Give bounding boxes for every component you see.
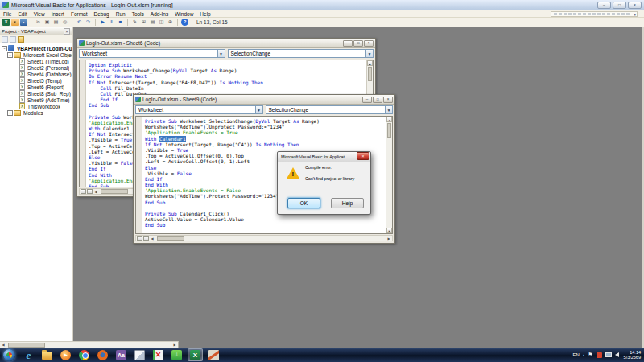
language-indicator[interactable]: EN bbox=[572, 352, 579, 357]
tree-item[interactable]: XSheet1 (TimeLog) bbox=[0, 58, 72, 64]
scroll-thumb[interactable] bbox=[368, 67, 372, 81]
vertical-scrollbar[interactable]: ▲ ▼ bbox=[386, 117, 392, 233]
tree-item[interactable]: XSheet5 (Temp) bbox=[0, 77, 72, 84]
clock[interactable]: 14:14 5/3/2569 bbox=[624, 350, 641, 360]
copy-icon[interactable]: ▣ bbox=[43, 19, 51, 26]
titlebar[interactable]: Microsoft Visual Basic for Applications … bbox=[0, 0, 644, 10]
internet-explorer-icon[interactable]: e bbox=[21, 348, 36, 361]
restore-button[interactable]: □ bbox=[353, 40, 363, 47]
view-excel-icon[interactable]: X bbox=[2, 19, 10, 26]
scroll-left-icon[interactable]: ◀ bbox=[93, 190, 99, 194]
close-button[interactable]: × bbox=[364, 40, 374, 47]
code-window-titlebar[interactable]: LogIn-Out.xlsm - Sheet6 (Code) – □ × bbox=[77, 39, 375, 48]
scroll-thumb[interactable] bbox=[8, 343, 45, 348]
action-center-flag-icon[interactable]: ⚑ bbox=[588, 352, 592, 358]
undo-icon[interactable]: ↶ bbox=[76, 19, 83, 26]
object-dropdown[interactable]: Worksheet ▼ bbox=[79, 49, 225, 58]
save-icon[interactable]: ▪ bbox=[20, 19, 27, 26]
menu-help[interactable]: Help bbox=[200, 11, 210, 17]
margin-indicator-bar[interactable] bbox=[136, 117, 142, 233]
procedure-view-icon[interactable] bbox=[137, 236, 142, 241]
hidden-icons-icon[interactable]: ▴ bbox=[583, 352, 585, 357]
find-icon[interactable]: ◎ bbox=[61, 19, 68, 26]
toolbox-icon[interactable]: ⊕ bbox=[167, 19, 174, 26]
menu-window[interactable]: Window bbox=[175, 11, 193, 17]
full-module-view-icon[interactable] bbox=[143, 236, 149, 241]
dialog-close-button[interactable]: × bbox=[357, 152, 369, 160]
restore-button[interactable]: □ bbox=[373, 97, 382, 103]
cut-icon[interactable]: ✂ bbox=[35, 19, 42, 26]
paste-icon[interactable]: ▤ bbox=[52, 19, 60, 26]
menu-format[interactable]: Format bbox=[71, 11, 88, 17]
file-explorer-icon[interactable] bbox=[39, 348, 55, 361]
break-icon[interactable]: ‖ bbox=[108, 19, 115, 26]
project-panel-close-icon[interactable]: × bbox=[64, 28, 70, 35]
scroll-left-icon[interactable]: ◀ bbox=[149, 237, 155, 241]
minimize-button[interactable]: – bbox=[362, 97, 372, 103]
media-player-icon[interactable]: ▶ bbox=[58, 348, 73, 361]
toggle-folders-icon[interactable] bbox=[18, 36, 24, 43]
menu-tools[interactable]: Tools bbox=[132, 11, 144, 17]
project-panel-header[interactable]: Project - VBAProject × bbox=[0, 27, 72, 35]
font-app-icon[interactable]: Aa bbox=[114, 348, 129, 361]
excel-icon[interactable]: X bbox=[188, 348, 203, 361]
tree-expander-icon[interactable]: + bbox=[7, 110, 13, 116]
redo-icon[interactable]: ↷ bbox=[85, 19, 92, 26]
help-button[interactable]: Help bbox=[331, 198, 364, 208]
scroll-track[interactable] bbox=[6, 343, 171, 348]
tree-item[interactable]: XSheet2 (Personal) bbox=[0, 64, 72, 71]
event-dropdown[interactable]: SelectionChange ▼ bbox=[228, 49, 374, 58]
volume-icon[interactable] bbox=[615, 352, 619, 357]
close-button[interactable]: × bbox=[628, 2, 642, 9]
scroll-up-icon[interactable]: ▲ bbox=[386, 117, 392, 122]
dictionary-app-icon[interactable] bbox=[132, 348, 147, 361]
scroll-down-icon[interactable]: ▼ bbox=[386, 228, 392, 233]
scroll-track[interactable] bbox=[155, 236, 386, 241]
menu-view[interactable]: View bbox=[34, 11, 45, 17]
scroll-right-icon[interactable]: ▶ bbox=[386, 237, 392, 241]
tree-item[interactable]: -Microsoft Excel Objects bbox=[0, 51, 72, 58]
project-explorer-icon[interactable]: ⊞ bbox=[140, 19, 147, 26]
tree-expander-icon[interactable]: - bbox=[7, 52, 13, 58]
view-object-icon[interactable] bbox=[10, 36, 16, 43]
menu-edit[interactable]: Edit bbox=[18, 11, 27, 17]
properties-window-icon[interactable]: ▤ bbox=[149, 19, 156, 26]
blocked-app-icon[interactable]: ✕ bbox=[151, 348, 166, 361]
horizontal-scrollbar[interactable]: ◀ ▶ bbox=[135, 235, 393, 241]
tree-item[interactable]: XThisWorkbook bbox=[0, 103, 72, 109]
event-dropdown[interactable]: SelectionChange ▼ bbox=[266, 105, 394, 114]
scroll-left-icon[interactable]: ◀ bbox=[0, 343, 6, 347]
menu-file[interactable]: File bbox=[3, 11, 11, 17]
tree-item[interactable]: XSheet6 (Report) bbox=[0, 84, 72, 90]
menu-addins[interactable]: Add-Ins bbox=[151, 11, 168, 17]
design-mode-icon[interactable]: ✎ bbox=[131, 19, 138, 26]
reset-icon[interactable]: ■ bbox=[117, 19, 124, 26]
object-dropdown[interactable]: Worksheet ▼ bbox=[135, 105, 263, 114]
help-icon[interactable]: ? bbox=[181, 19, 188, 26]
procedure-view-icon[interactable] bbox=[80, 189, 86, 194]
tree-expander-icon[interactable]: - bbox=[2, 46, 7, 51]
panel-horizontal-scrollbar[interactable]: ◀ ▶ bbox=[0, 341, 179, 348]
tree-item[interactable]: -VBAProject (LogIn-Out.xlsm) bbox=[0, 45, 72, 51]
menu-debug[interactable]: Debug bbox=[94, 11, 109, 17]
chrome-icon[interactable] bbox=[76, 348, 92, 361]
full-module-view-icon[interactable] bbox=[87, 189, 93, 194]
minimize-button[interactable]: – bbox=[343, 40, 353, 47]
margin-indicator-bar[interactable] bbox=[80, 60, 86, 187]
scroll-thumb[interactable] bbox=[387, 123, 391, 138]
tree-item[interactable]: XSheet4 (Database) bbox=[0, 71, 72, 77]
tree-item[interactable]: XSheet9 (AddTime) bbox=[0, 97, 72, 103]
minimize-button[interactable]: – bbox=[597, 2, 611, 9]
code-window-titlebar[interactable]: LogIn-Out.xlsm - Sheet9 (Code) – □ × bbox=[134, 95, 394, 105]
ok-button[interactable]: OK bbox=[287, 198, 320, 208]
firefox-icon[interactable] bbox=[95, 348, 110, 361]
restore-button[interactable]: □ bbox=[613, 2, 626, 9]
view-code-icon[interactable] bbox=[2, 36, 8, 43]
run-icon[interactable]: ▶ bbox=[99, 19, 106, 26]
scroll-up-icon[interactable]: ▲ bbox=[367, 60, 373, 66]
object-browser-icon[interactable]: ◫ bbox=[158, 19, 165, 26]
paint-app-icon[interactable] bbox=[206, 348, 221, 361]
menu-insert[interactable]: Insert bbox=[52, 11, 64, 17]
tree-item[interactable]: +Modules bbox=[0, 109, 72, 116]
dialog-titlebar[interactable]: Microsoft Visual Basic for Applicat... × bbox=[278, 152, 370, 162]
